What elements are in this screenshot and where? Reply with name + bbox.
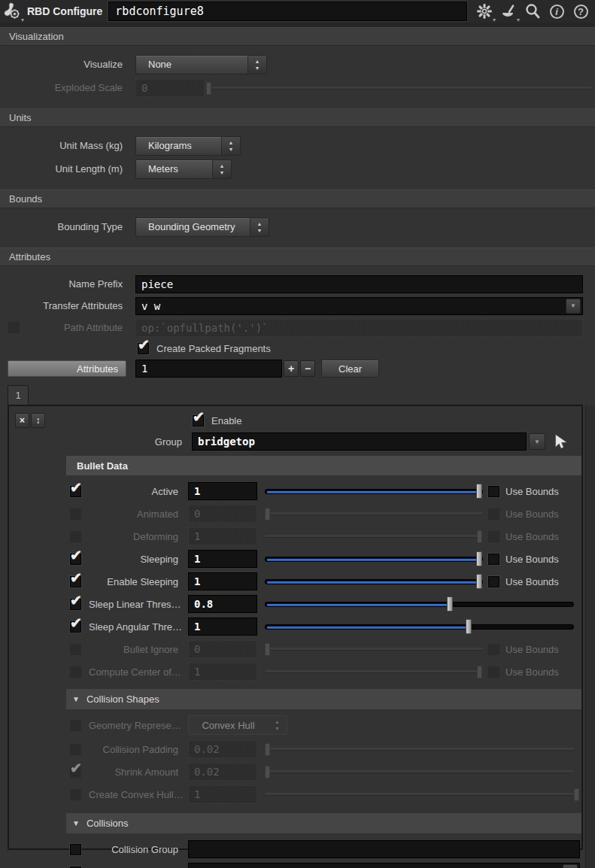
deforming-use-bounds-checkbox[interactable] (487, 530, 500, 543)
slider-handle[interactable] (466, 619, 472, 634)
active-use-bounds-checkbox[interactable] (487, 485, 500, 498)
spin-arrows-icon: ▲▼ (212, 160, 231, 178)
compute-center-use-bounds-checkbox[interactable] (487, 666, 500, 678)
multiparm-add-button[interactable]: + (284, 360, 299, 377)
shrink-amount-toggle-checkbox[interactable]: ✔ (69, 766, 82, 778)
path-attribute-checkbox[interactable] (8, 321, 20, 334)
sleep-angular-field[interactable]: 1 (188, 618, 257, 636)
multiparm-clear-button[interactable]: Clear (321, 360, 379, 378)
node-name-input[interactable] (108, 2, 467, 21)
sleep-linear-slider[interactable] (265, 596, 574, 612)
create-convex-hull-field[interactable]: 1 (188, 785, 257, 803)
slider-handle[interactable] (265, 766, 270, 778)
sleeping-toggle-checkbox[interactable]: ✔ (69, 553, 82, 566)
geometry-representation-toggle-checkbox[interactable] (69, 719, 82, 732)
animated-slider[interactable] (265, 505, 483, 522)
rbd-node-icon[interactable]: ▾ (3, 2, 23, 21)
active-field[interactable]: 1 (188, 482, 257, 500)
enable-sleeping-slider[interactable] (265, 573, 483, 590)
node-type-label: RBD Configure (27, 5, 102, 17)
slider-handle[interactable] (265, 508, 270, 520)
search-icon[interactable] (523, 2, 542, 21)
collisions-header[interactable]: ▼ Collisions (66, 813, 581, 833)
help-icon[interactable]: ? (571, 2, 590, 21)
sleeping-field[interactable]: 1 (188, 550, 257, 568)
transfer-attributes-menu-button[interactable]: ▼ (566, 299, 581, 314)
visualize-dropdown[interactable]: None ▲▼ (135, 55, 267, 74)
name-prefix-field[interactable]: piece (135, 275, 583, 293)
unit-length-dropdown[interactable]: Meters ▲▼ (135, 159, 232, 179)
exploded-scale-field[interactable]: 0 (135, 79, 205, 97)
multiparm-count-field[interactable]: 1 (135, 360, 282, 378)
collision-group-field[interactable] (188, 840, 580, 858)
geometry-representation-dropdown[interactable]: Convex Hull ▲▼ (188, 715, 287, 735)
vertical-scrollbar[interactable] (585, 405, 595, 868)
collision-padding-toggle-checkbox[interactable] (69, 743, 82, 756)
collision-padding-slider[interactable] (265, 741, 574, 757)
sleep-angular-toggle-checkbox[interactable]: ✔ (69, 621, 82, 633)
slider-handle[interactable] (447, 596, 453, 612)
shrink-amount-slider[interactable] (265, 763, 574, 780)
enable-checkbox[interactable]: ✔ (192, 414, 205, 427)
slider-handle[interactable] (476, 484, 482, 499)
sleeping-use-bounds-checkbox[interactable] (487, 553, 500, 566)
deforming-toggle-checkbox[interactable] (69, 530, 82, 543)
enable-sleeping-field[interactable]: 1 (188, 572, 257, 590)
animated-use-bounds-checkbox[interactable] (487, 508, 500, 520)
enable-sleeping-use-bounds-checkbox[interactable] (487, 575, 500, 588)
info-icon[interactable]: i (547, 2, 566, 21)
multiparm-remove-button[interactable]: − (300, 360, 315, 377)
create-convex-hull-toggle-checkbox[interactable] (69, 788, 82, 801)
exploded-scale-row: Exploded Scale 0 (0, 76, 595, 99)
compute-center-field[interactable]: 1 (188, 663, 257, 681)
bounding-type-dropdown[interactable]: Bounding Geometry ▲▼ (135, 217, 269, 237)
sleep-linear-toggle-checkbox[interactable]: ✔ (69, 598, 82, 611)
animated-toggle-checkbox[interactable] (69, 508, 82, 520)
group-select-arrow-button[interactable] (553, 432, 571, 451)
bullet-ignore-field[interactable]: 0 (188, 640, 257, 658)
slider-handle[interactable] (476, 574, 482, 589)
collision-shapes-header[interactable]: ▼ Collision Shapes (66, 689, 581, 709)
ladle-menu-icon[interactable]: ▾ (499, 2, 518, 21)
bullet-ignore-toggle-checkbox[interactable] (69, 643, 82, 656)
instance-insert-button[interactable]: ↕ (31, 413, 45, 428)
compute-center-toggle-checkbox[interactable] (69, 666, 82, 678)
collision-ignore-field[interactable]: ▼ (188, 863, 580, 868)
animated-field[interactable]: 0 (188, 505, 257, 523)
collision-padding-field[interactable]: 0.02 (188, 740, 257, 758)
sleep-linear-field[interactable]: 0.8 (188, 595, 257, 613)
create-convex-hull-slider[interactable] (265, 786, 580, 803)
slider-handle[interactable] (574, 788, 579, 801)
slider-handle[interactable] (265, 643, 270, 656)
collision-ignore-toggle-checkbox[interactable] (69, 866, 82, 868)
slider-handle[interactable] (476, 551, 482, 566)
compute-center-slider[interactable] (265, 663, 483, 680)
attributes-multiparm-button[interactable]: Attributes (8, 360, 126, 377)
active-toggle-checkbox[interactable]: ✔ (69, 485, 82, 498)
slider-handle[interactable] (206, 82, 211, 95)
gear-menu-icon[interactable]: ▾ (475, 2, 494, 21)
path-attribute-field[interactable]: op:`opfullpath('.')` (135, 319, 583, 337)
deforming-slider[interactable] (265, 528, 483, 545)
bullet-ignore-use-bounds-checkbox[interactable] (487, 643, 500, 656)
sleep-angular-slider[interactable] (265, 618, 574, 635)
transfer-attributes-field[interactable]: v w ▼ (135, 297, 583, 315)
slider-handle[interactable] (265, 743, 270, 756)
group-menu-button[interactable]: ▼ (529, 433, 545, 450)
deforming-field[interactable]: 1 (188, 527, 257, 545)
bullet-ignore-slider[interactable] (265, 641, 483, 657)
unit-mass-dropdown[interactable]: Kilograms ▲▼ (135, 136, 241, 156)
slider-handle[interactable] (477, 666, 482, 678)
enable-sleeping-toggle-checkbox[interactable]: ✔ (69, 575, 82, 588)
shrink-amount-field[interactable]: 0.02 (188, 763, 257, 781)
create-packed-fragments-checkbox[interactable]: ✔ (137, 342, 150, 355)
collision-ignore-menu-button[interactable]: ▼ (563, 864, 578, 868)
multiparm-tab-1[interactable]: 1 (8, 385, 29, 405)
group-field[interactable]: bridgetop (192, 432, 527, 451)
sleeping-slider[interactable] (265, 551, 483, 567)
instance-delete-button[interactable]: × (15, 413, 29, 428)
exploded-scale-slider[interactable] (206, 80, 592, 96)
slider-handle[interactable] (477, 530, 482, 543)
active-slider[interactable] (265, 483, 483, 499)
collision-group-toggle-checkbox[interactable] (69, 843, 82, 856)
